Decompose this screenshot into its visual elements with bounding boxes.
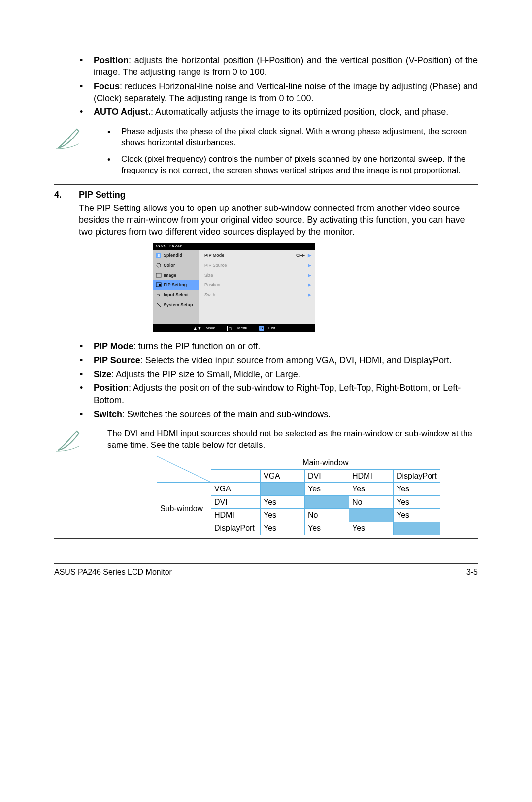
bullet-item: • AUTO Adjust.: Automatically adjusts th…: [80, 106, 478, 118]
bullet-icon: •: [80, 80, 94, 105]
bullet-item: •Size: Adjusts the PIP size to Small, Mi…: [80, 368, 478, 380]
osd-left-item-system-setup: System Setup: [153, 300, 200, 310]
bullet-icon: •: [107, 154, 121, 176]
chevron-right-icon: ▶: [308, 292, 315, 298]
bullet-item: • Position: adjusts the horizontal posit…: [80, 54, 478, 78]
bullet-icon: •: [80, 368, 94, 380]
table-cell: [211, 469, 261, 483]
table-row-header: VGA: [211, 483, 261, 496]
divider: [54, 538, 478, 539]
osd-left-menu: SSplendid Color Image PIP Setting Input …: [153, 250, 200, 324]
osd-hint-exit: SExit: [256, 326, 278, 331]
table-main-header: Main-window: [211, 456, 440, 470]
section-number: 4.: [54, 189, 79, 338]
note-item: • Clock (pixel frequency) controls the n…: [107, 154, 478, 176]
chevron-right-icon: ▶: [308, 272, 315, 278]
svg-line-6: [157, 456, 211, 482]
table-cell: Yes: [261, 495, 305, 509]
bullet-list-pip-options: •PIP Mode: turns the PIP function on or …: [80, 340, 478, 420]
table-cell: Yes: [349, 483, 394, 496]
table-cell: Yes: [394, 509, 440, 522]
bullet-icon: •: [80, 354, 94, 366]
table-cell: Yes: [394, 495, 440, 509]
table-col-header: HDMI: [349, 469, 394, 483]
table-cell: No: [349, 495, 394, 509]
svg-rect-5: [159, 284, 161, 286]
divider: [54, 123, 478, 123]
note-item: • Phase adjusts the phase of the pixel c…: [107, 126, 478, 149]
input-icon: [156, 292, 162, 298]
table-cell: No: [305, 509, 349, 522]
bullet-item: •PIP Source: Selects the video input sou…: [80, 354, 478, 366]
table-col-header: DisplayPort: [394, 469, 440, 483]
bullet-text: Position: Adjusts the position of the su…: [94, 382, 478, 406]
bullet-icon: •: [107, 126, 121, 149]
table-cell: Yes: [394, 483, 440, 496]
note-pen-icon: [54, 429, 84, 453]
note-text: Clock (pixel frequency) controls the num…: [121, 154, 478, 176]
image-icon: [156, 272, 162, 278]
osd-left-item-input-select: Input Select: [153, 290, 200, 300]
chevron-right-icon: ▶: [308, 262, 315, 268]
table-row-header: DisplayPort: [211, 522, 261, 535]
osd-right-item-switch: Swith▶: [200, 290, 315, 300]
table-row-header: HDMI: [211, 509, 261, 522]
divider: [54, 184, 478, 185]
osd-figure: /SUS PA246 SSplendid Color Image PIP Set…: [153, 243, 478, 332]
table-col-header: VGA: [261, 469, 305, 483]
osd-left-item-color: Color: [153, 260, 200, 270]
table-cell: Yes: [305, 522, 349, 535]
bullet-text: PIP Mode: turns the PIP function on or o…: [94, 340, 478, 352]
osd-left-item-image: Image: [153, 270, 200, 280]
table-cell: Yes: [349, 522, 394, 535]
bullet-item: •PIP Mode: turns the PIP function on or …: [80, 340, 478, 352]
svg-point-2: [157, 263, 161, 267]
osd-hint-menu: ▢Menu: [224, 326, 250, 331]
table-cell: [261, 483, 305, 496]
footer-left: ASUS PA246 Series LCD Monitor: [54, 567, 172, 578]
note-text: Phase adjusts the phase of the pixel clo…: [121, 126, 478, 149]
table-cell: Yes: [305, 483, 349, 496]
bullet-text: Switch: Switches the sources of the main…: [94, 408, 478, 420]
pip-icon: [156, 282, 162, 288]
note-block-phase-clock: • Phase adjusts the phase of the pixel c…: [54, 126, 478, 181]
osd-right-item-pip-mode: PIP ModeOFF▶: [200, 250, 315, 260]
bullet-item: •Switch: Switches the sources of the mai…: [80, 408, 478, 420]
note-pen-icon: [54, 127, 84, 151]
osd-bottombar: ▲▼Move ▢Menu SExit: [153, 324, 315, 332]
table-row-header: DVI: [211, 495, 261, 509]
tools-icon: [156, 302, 162, 308]
osd-brand: /SUS: [156, 244, 167, 249]
svg-text:S: S: [157, 253, 160, 258]
osd-left-item-pip-setting: PIP Setting: [153, 280, 200, 290]
bullet-list-image-settings: • Position: adjusts the horizontal posit…: [80, 54, 478, 118]
osd-right-item-pip-source: PIP Source▶: [200, 260, 315, 270]
bullet-text: Size: Adjusts the PIP size to Small, Mid…: [94, 368, 478, 380]
bullet-text: AUTO Adjust.: Automatically adjusts the …: [94, 106, 478, 118]
divider: [54, 425, 478, 425]
table-sub-header: Sub-window: [157, 483, 211, 535]
section-title: PIP Setting: [79, 189, 478, 201]
bullet-text: Focus: reduces Horizonal-line noise and …: [94, 80, 478, 105]
table-cell: [394, 522, 440, 535]
table-cell: Yes: [261, 522, 305, 535]
table-cell: [349, 509, 394, 522]
bullet-icon: •: [80, 106, 94, 118]
chevron-right-icon: ▶: [308, 282, 315, 288]
table-col-header: DVI: [305, 469, 349, 483]
splendid-icon: S: [156, 252, 162, 258]
section-description: The PIP Setting allows you to open up an…: [79, 202, 478, 238]
page-footer: ASUS PA246 Series LCD Monitor 3-5: [54, 564, 478, 578]
table-cell: [305, 495, 349, 509]
color-icon: [156, 262, 162, 268]
table-cell: Yes: [261, 509, 305, 522]
chevron-right-icon: ▶: [308, 252, 315, 258]
footer-right: 3-5: [466, 567, 478, 578]
osd-model: PA246: [169, 244, 183, 249]
section-pip-setting: 4. PIP Setting The PIP Setting allows yo…: [54, 189, 478, 338]
osd-left-item-splendid: SSplendid: [153, 250, 200, 260]
bullet-icon: •: [80, 54, 94, 78]
osd-right-item-size: Size▶: [200, 270, 315, 280]
svg-rect-3: [156, 273, 161, 277]
table-diagonal-cell: [157, 456, 211, 483]
